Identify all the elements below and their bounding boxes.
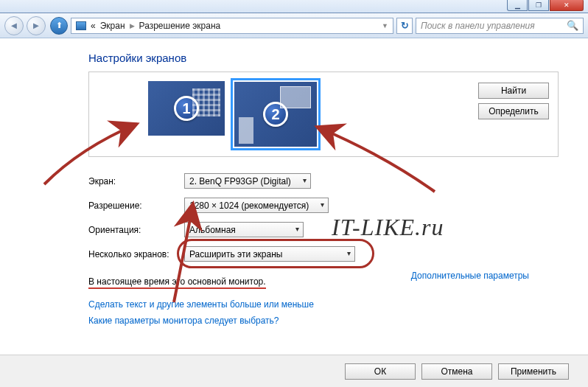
orientation-select[interactable]: Альбомная xyxy=(184,222,304,237)
chevron-right-icon: ▶ xyxy=(130,22,135,29)
detect-button[interactable]: Определить xyxy=(478,103,549,119)
monitors-preview-panel: 1 2 Найти Определить xyxy=(88,72,559,157)
multiple-displays-label: Несколько экранов: xyxy=(88,249,184,259)
titlebar: ▁ ❐ ✕ xyxy=(0,0,588,13)
address-bar[interactable]: « Экран ▶ Разрешение экрана ▼ xyxy=(71,18,393,34)
multiple-displays-value: Расширить эти экраны xyxy=(189,249,282,259)
close-button[interactable]: ✕ xyxy=(550,0,584,11)
resolution-select[interactable]: 1280 × 1024 (рекомендуется) xyxy=(184,198,329,213)
control-panel-icon xyxy=(76,21,86,30)
ok-button[interactable]: ОК xyxy=(345,363,416,380)
navbar: ◄ ► ⬆ « Экран ▶ Разрешение экрана ▼ ↻ По… xyxy=(0,13,588,38)
window-controls: ▁ ❐ ✕ xyxy=(506,0,584,11)
breadcrumb-prefix: « xyxy=(91,21,96,31)
monitor-params-help-link[interactable]: Какие параметры монитора следует выбрать… xyxy=(88,315,559,326)
advanced-settings-link[interactable]: Дополнительные параметры xyxy=(411,271,529,281)
nav-forward-button[interactable]: ► xyxy=(27,16,46,35)
resolution-value: 1280 × 1024 (рекомендуется) xyxy=(189,201,309,211)
monitor-2[interactable]: 2 xyxy=(231,78,321,150)
monitor-1[interactable]: 1 xyxy=(145,78,228,150)
page-title: Настройки экранов xyxy=(88,52,559,64)
apply-button[interactable]: Применить xyxy=(498,363,569,380)
screen-select[interactable]: 2. BenQ FP93GP (Digital) xyxy=(184,173,311,189)
maximize-button[interactable]: ❐ xyxy=(528,0,549,11)
multiple-displays-select[interactable]: Расширить эти экраны xyxy=(184,246,355,262)
monitors-group: 1 2 xyxy=(145,78,321,150)
minimize-button[interactable]: ▁ xyxy=(507,0,528,11)
orientation-label: Ориентация: xyxy=(88,225,184,235)
screen-label: Экран: xyxy=(88,176,184,186)
breadcrumb-item[interactable]: Разрешение экрана xyxy=(139,21,221,31)
search-input[interactable]: Поиск в панели управления 🔍 xyxy=(416,18,584,34)
settings-form: Экран: 2. BenQ FP93GP (Digital) Разрешен… xyxy=(88,173,559,326)
content-area: Настройки экранов 1 2 Найти Определить xyxy=(0,38,588,355)
screen-value: 2. BenQ FP93GP (Digital) xyxy=(189,176,291,186)
primary-monitor-status: В настоящее время это основной монитор. xyxy=(88,276,266,289)
nav-back-button[interactable]: ◄ xyxy=(4,16,24,35)
search-placeholder: Поиск в панели управления xyxy=(421,21,535,31)
resolution-label: Разрешение: xyxy=(88,201,184,211)
text-size-link[interactable]: Сделать текст и другие элементы больше и… xyxy=(88,299,559,310)
dialog-footer: ОК Отмена Применить xyxy=(0,355,588,387)
breadcrumb-item[interactable]: Экран xyxy=(100,21,125,31)
orientation-value: Альбомная xyxy=(189,225,236,235)
nav-up-button[interactable]: ⬆ xyxy=(50,17,68,35)
refresh-button[interactable]: ↻ xyxy=(396,18,413,34)
cancel-button[interactable]: Отмена xyxy=(421,363,492,380)
dropdown-icon[interactable]: ▼ xyxy=(382,22,388,29)
search-icon: 🔍 xyxy=(567,20,578,31)
find-button[interactable]: Найти xyxy=(478,83,549,99)
